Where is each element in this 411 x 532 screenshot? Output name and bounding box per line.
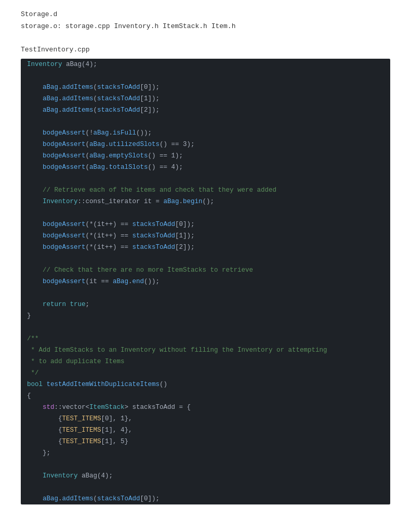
code-line-blank-6 [21, 287, 390, 299]
code-line-blank-2 [21, 116, 390, 127]
code-line-33: {TEST_ITEMS[1], 4}, [21, 424, 390, 436]
code-line-30: { [21, 390, 390, 402]
code-line-31: std::vector<ItemStack> stacksToAdd = { [21, 402, 390, 413]
code-line-blank-5 [21, 253, 390, 264]
code-line-blank-9 [21, 482, 390, 493]
file-label: Storage.d [21, 10, 390, 18]
code-line-blank-1 [21, 70, 390, 82]
code-line-37: Inventory aBag(4); [21, 470, 390, 482]
code-line-4: aBag.addItems(stacksToAdd[1]); [21, 93, 390, 104]
code-line-10: bodgeAssert(aBag.totalSlots() == 4); [21, 162, 390, 173]
code-line-blank-4 [21, 207, 390, 219]
code-line-blank-3 [21, 173, 390, 184]
code-line-23: } [21, 310, 390, 322]
code-line-32: {TEST_ITEMS[0], 1}, [21, 413, 390, 424]
code-line-16: bodgeAssert(*(it++) == stacksToAdd[1]); [21, 230, 390, 242]
code-line-1: Inventory aBag(4); [21, 59, 390, 70]
code-line-17: bodgeAssert(*(it++) == stacksToAdd[2]); [21, 242, 390, 253]
code-line-8: bodgeAssert(aBag.utilizedSlots() == 3); [21, 139, 390, 150]
code-line-20: bodgeAssert(it == aBag.end()); [21, 276, 390, 287]
code-line-blank-7 [21, 322, 390, 333]
code-line-26: * Add ItemStacks to an Inventory without… [21, 344, 390, 356]
code-line-39: aBag.addItems(stacksToAdd[0]); [21, 493, 390, 504]
code-line-19: // Check that there are no more ItemStac… [21, 264, 390, 276]
code-line-12: // Retrieve each of the items and check … [21, 184, 390, 196]
code-line-7: bodgeAssert(!aBag.isFull()); [21, 127, 390, 139]
code-line-22: return true; [21, 299, 390, 310]
code-line-25: /** [21, 333, 390, 344]
code-line-35: }; [21, 447, 390, 459]
code-line-29: bool testAddItemWithDuplicateItems() [21, 379, 390, 390]
section-title: TestInventory.cpp [21, 46, 390, 54]
code-line-27: * to add duplicate Items [21, 356, 390, 367]
code-block: Inventory aBag(4); aBag.addItems(stacksT… [21, 59, 390, 504]
code-line-13: Inventory::const_iterator it = aBag.begi… [21, 196, 390, 207]
code-line-3: aBag.addItems(stacksToAdd[0]); [21, 82, 390, 93]
code-line-28: */ [21, 367, 390, 379]
code-line-blank-8 [21, 459, 390, 470]
code-line-15: bodgeAssert(*(it++) == stacksToAdd[0]); [21, 219, 390, 230]
code-line-5: aBag.addItems(stacksToAdd[2]); [21, 104, 390, 116]
code-line-9: bodgeAssert(aBag.emptySlots() == 1); [21, 150, 390, 162]
code-line-34: {TEST_ITEMS[1], 5} [21, 436, 390, 447]
deps-label: storage.o: storage.cpp Inventory.h ItemS… [21, 22, 390, 30]
